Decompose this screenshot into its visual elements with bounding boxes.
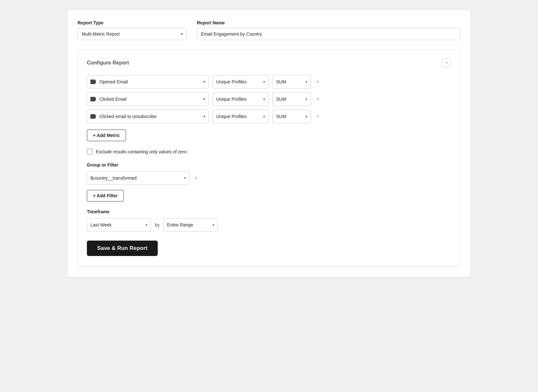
metric-1-profile-wrapper: Unique Profiles Total Events Average ▾ bbox=[213, 75, 269, 89]
top-row: Report Type Multi-Metric Report ▾ Report… bbox=[78, 20, 460, 40]
metric-1-select-wrapper: Opened Email ▾ bbox=[87, 75, 209, 89]
filter-select-wrapper: $country__transformed ▾ bbox=[87, 171, 189, 185]
metric-1-remove-button[interactable]: × bbox=[315, 78, 321, 86]
range-chevron-icon: ▾ bbox=[213, 223, 214, 227]
report-name-group: Report Name bbox=[197, 20, 460, 40]
page-container: Report Type Multi-Metric Report ▾ Report… bbox=[67, 10, 471, 277]
add-metric-button[interactable]: + Add Metric bbox=[87, 130, 126, 141]
metric-2-icon bbox=[90, 97, 96, 101]
metric-row: Clicked email to unsubscribe ▾ Unique Pr… bbox=[87, 110, 451, 123]
timeframe-row: Last Week Last Month Last 30 Days Last 9… bbox=[87, 218, 451, 232]
metric-3-select-wrapper: Clicked email to unsubscribe ▾ bbox=[87, 110, 209, 123]
metric-3-sum-chevron-icon: ▾ bbox=[306, 115, 307, 119]
metric-2-sum-select[interactable]: SUM AVG MAX MIN bbox=[276, 97, 304, 102]
report-name-label: Report Name bbox=[197, 20, 460, 25]
range-select[interactable]: Entire Range Daily Weekly Monthly bbox=[167, 222, 211, 227]
metric-row: Clicked Email ▾ Unique Profiles Total Ev… bbox=[87, 92, 451, 106]
metric-1-select[interactable]: Opened Email bbox=[99, 79, 201, 84]
timeframe-section: Timeframe Last Week Last Month Last 30 D… bbox=[87, 209, 451, 232]
timeframe-select[interactable]: Last Week Last Month Last 30 Days Last 9… bbox=[90, 222, 144, 227]
metric-3-remove-button[interactable]: × bbox=[315, 112, 321, 121]
metric-1-profile-select[interactable]: Unique Profiles Total Events Average bbox=[216, 79, 262, 84]
filter-chevron-icon: ▾ bbox=[184, 176, 186, 180]
metric-2-profile-chevron-icon: ▾ bbox=[263, 97, 265, 101]
report-name-input[interactable] bbox=[197, 28, 460, 40]
report-type-label: Report Type bbox=[78, 20, 187, 25]
metrics-list: Opened Email ▾ Unique Profiles Total Eve… bbox=[87, 75, 451, 123]
metric-2-chevron-icon: ▾ bbox=[203, 97, 205, 101]
exclude-row: Exclude results containing only values o… bbox=[87, 149, 451, 155]
metric-2-sum-wrapper: SUM AVG MAX MIN ▾ bbox=[273, 92, 311, 106]
group-filter-section: Group or Filter $country__transformed ▾ … bbox=[87, 162, 451, 209]
collapse-button[interactable]: − bbox=[442, 58, 451, 67]
save-run-button[interactable]: Save & Run Report bbox=[87, 241, 158, 256]
configure-section: Configure Report − Opened Email ▾ Unique… bbox=[78, 49, 460, 267]
metric-2-select-wrapper: Clicked Email ▾ bbox=[87, 92, 209, 106]
metric-1-sum-wrapper: SUM AVG MAX MIN ▾ bbox=[273, 75, 311, 89]
metric-1-sum-chevron-icon: ▾ bbox=[306, 80, 307, 84]
metric-3-sum-select[interactable]: SUM AVG MAX MIN bbox=[276, 114, 304, 119]
by-label: by bbox=[155, 222, 160, 227]
group-filter-label: Group or Filter bbox=[87, 162, 451, 167]
metric-1-profile-chevron-icon: ▾ bbox=[263, 80, 265, 84]
report-type-select[interactable]: Multi-Metric Report bbox=[78, 28, 187, 40]
metric-3-select[interactable]: Clicked email to unsubscribe bbox=[99, 114, 201, 119]
timeframe-label: Timeframe bbox=[87, 209, 451, 214]
metric-2-select[interactable]: Clicked Email bbox=[99, 97, 201, 102]
metric-row: Opened Email ▾ Unique Profiles Total Eve… bbox=[87, 75, 451, 89]
metric-2-profile-wrapper: Unique Profiles Total Events Average ▾ bbox=[213, 92, 269, 106]
timeframe-select-wrapper: Last Week Last Month Last 30 Days Last 9… bbox=[87, 218, 151, 232]
exclude-checkbox[interactable] bbox=[87, 149, 93, 155]
configure-header: Configure Report − bbox=[87, 58, 451, 67]
add-filter-button[interactable]: + Add Filter bbox=[87, 190, 124, 201]
metric-1-chevron-icon: ▾ bbox=[203, 80, 205, 84]
filter-row: $country__transformed ▾ × bbox=[87, 171, 451, 185]
metric-1-sum-select[interactable]: SUM AVG MAX MIN bbox=[276, 79, 304, 84]
range-select-wrapper: Entire Range Daily Weekly Monthly ▾ bbox=[164, 218, 218, 232]
metric-1-icon bbox=[90, 80, 96, 84]
metric-3-profile-chevron-icon: ▾ bbox=[263, 115, 265, 119]
timeframe-chevron-icon: ▾ bbox=[146, 223, 147, 227]
configure-title: Configure Report bbox=[87, 60, 129, 66]
metric-3-chevron-icon: ▾ bbox=[203, 114, 205, 119]
metric-3-sum-wrapper: SUM AVG MAX MIN ▾ bbox=[273, 110, 311, 123]
report-type-group: Report Type Multi-Metric Report ▾ bbox=[78, 20, 187, 40]
metric-2-remove-button[interactable]: × bbox=[315, 95, 321, 103]
exclude-label: Exclude results containing only values o… bbox=[96, 149, 187, 154]
metric-3-profile-select[interactable]: Unique Profiles Total Events Average bbox=[216, 114, 262, 119]
filter-select[interactable]: $country__transformed bbox=[90, 175, 183, 181]
metric-2-sum-chevron-icon: ▾ bbox=[306, 97, 307, 101]
filter-remove-button[interactable]: × bbox=[193, 174, 199, 182]
metric-3-profile-wrapper: Unique Profiles Total Events Average ▾ bbox=[213, 110, 269, 123]
report-type-select-wrapper: Multi-Metric Report ▾ bbox=[78, 28, 187, 40]
metric-3-icon bbox=[90, 114, 96, 119]
metric-2-profile-select[interactable]: Unique Profiles Total Events Average bbox=[216, 97, 262, 102]
